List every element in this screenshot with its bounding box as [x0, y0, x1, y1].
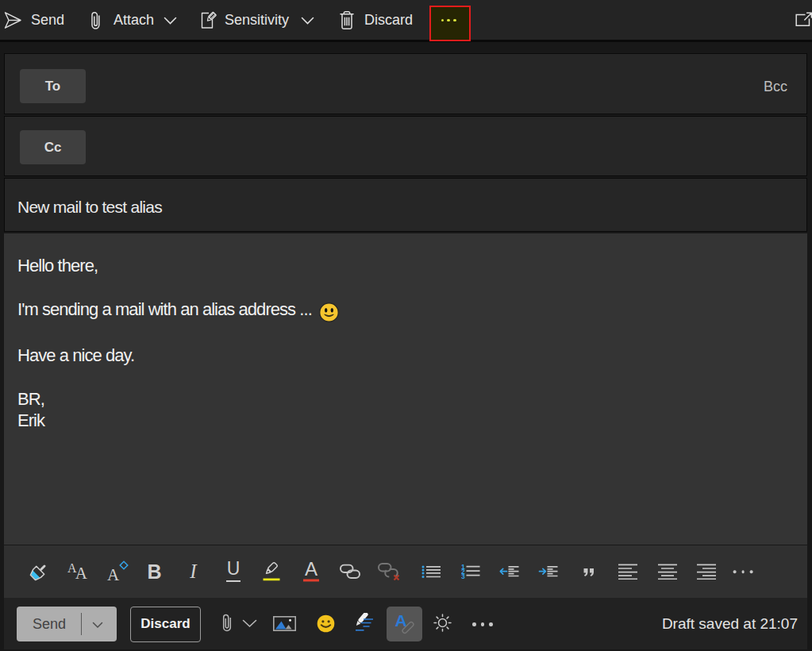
svg-text:3: 3: [461, 572, 465, 579]
